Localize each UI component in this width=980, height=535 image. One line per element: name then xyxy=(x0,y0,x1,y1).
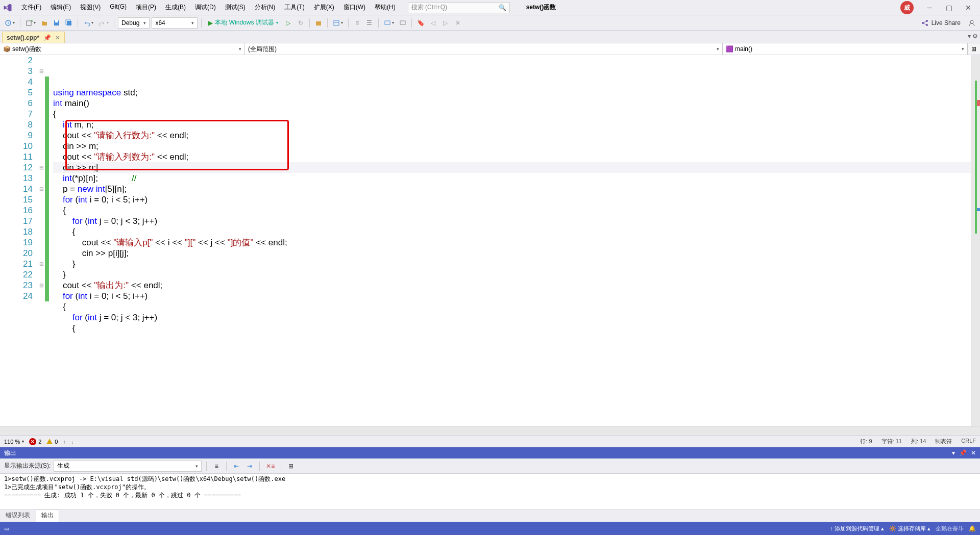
step-icon[interactable]: ↻ xyxy=(296,17,306,29)
undo-button[interactable] xyxy=(82,17,95,29)
code-line[interactable]: for (int i = 0; i < 5; i++) xyxy=(53,194,971,205)
menu-item[interactable]: 窗口(W) xyxy=(339,2,370,13)
search-input[interactable]: 搜索 (Ctrl+Q) 🔍 xyxy=(408,2,510,13)
clear-bookmark-icon[interactable]: ✕ xyxy=(453,17,463,29)
repo-button[interactable]: 🔆 选择存储库 ▴ xyxy=(889,525,930,532)
pin-icon[interactable]: 📌 xyxy=(43,34,51,41)
file-tab-active[interactable]: setw().cpp* 📌 ✕ xyxy=(2,32,65,43)
code-line[interactable]: { xyxy=(53,226,971,237)
output-dropdown-icon[interactable]: ▾ xyxy=(952,449,955,456)
output-text[interactable]: 1>setw()函数.vcxproj -> E:\visual std(源码)\… xyxy=(0,474,980,509)
search-icon: 🔍 xyxy=(499,4,506,11)
code-line[interactable]: for (int j = 0; j < 3; j++) xyxy=(53,216,971,226)
menu-item[interactable]: 帮助(H) xyxy=(371,2,400,13)
close-button[interactable]: ✕ xyxy=(960,2,977,14)
bookmark-icon[interactable]: 🔖 xyxy=(415,17,426,29)
split-icon[interactable]: ⊞ xyxy=(968,43,980,55)
line-gutter: 23456789101112131415161718192021222324 xyxy=(0,55,38,426)
output-tab[interactable]: 输出 xyxy=(36,509,59,522)
code-line[interactable]: cin >> p[i][j]; xyxy=(53,248,971,259)
platform-combo[interactable]: x64 xyxy=(152,17,198,29)
output-source-combo[interactable]: 生成 xyxy=(54,461,202,472)
warning-count[interactable]: 0 xyxy=(46,439,58,445)
menu-item[interactable]: 编辑(E) xyxy=(46,2,75,13)
output-wrap-icon[interactable]: ✕≡ xyxy=(264,461,276,472)
code-line[interactable]: } xyxy=(53,269,971,280)
code-line[interactable]: cin >> m; xyxy=(53,141,971,151)
comment-icon[interactable] xyxy=(382,17,396,29)
code-line[interactable]: p = new int[5][n]; xyxy=(53,184,971,194)
menu-item[interactable]: 扩展(X) xyxy=(310,2,338,13)
account-icon[interactable] xyxy=(967,17,977,29)
uncomment-icon[interactable] xyxy=(398,17,408,29)
minimize-button[interactable]: ─ xyxy=(921,2,938,14)
notification-bell-icon[interactable]: 🔔 xyxy=(969,525,976,532)
code-line[interactable]: { xyxy=(53,301,971,312)
new-dropdown[interactable]: + xyxy=(24,17,37,29)
code-line[interactable]: { xyxy=(53,109,971,119)
code-line[interactable]: cin >> n;| xyxy=(53,162,971,173)
menu-item[interactable]: 分析(N) xyxy=(251,2,280,13)
toolbox-icon[interactable] xyxy=(313,17,324,29)
code-line[interactable]: using namespace std; xyxy=(53,87,971,98)
menu-item[interactable]: 生成(B) xyxy=(161,2,190,13)
next-bookmark-icon[interactable]: ▷ xyxy=(440,17,451,29)
code-line[interactable]: int(*p)[n]; // xyxy=(53,173,971,184)
code-line[interactable]: for (int i = 0; i < 5; i++) xyxy=(53,291,971,301)
scope-combo-3[interactable]: 🟪main() xyxy=(723,43,968,55)
start-debug-button[interactable]: 本地 Windows 调试器 ▾ xyxy=(205,17,281,29)
code-line[interactable]: { xyxy=(53,323,971,334)
save-all-icon[interactable] xyxy=(64,17,74,29)
scope-combo-1[interactable]: 📦setw()函数 xyxy=(0,43,245,55)
code-line[interactable]: int main() xyxy=(53,98,971,109)
back-dropdown[interactable] xyxy=(3,17,16,29)
code-line[interactable]: cout << "输出为:" << endl; xyxy=(53,280,971,291)
code-line[interactable]: for (int j = 0; j < 3; j++) xyxy=(53,312,971,323)
code-line[interactable]: { xyxy=(53,205,971,216)
error-count[interactable]: ✕2 xyxy=(29,438,41,445)
code-editor[interactable]: 23456789101112131415161718192021222324 ⊟… xyxy=(0,55,980,426)
zoom-combo[interactable]: 110 %▾ xyxy=(4,439,24,445)
code-area[interactable]: using namespace std;int main(){ int m, n… xyxy=(49,55,971,426)
nav-up-icon[interactable]: ↑ xyxy=(63,439,66,445)
menu-item[interactable]: 调试(D) xyxy=(191,2,220,13)
code-line[interactable]: } xyxy=(53,259,971,269)
output-indent-icon[interactable]: ⇤ xyxy=(231,461,241,472)
menu-item[interactable]: 文件(F) xyxy=(17,2,45,13)
layout-icon[interactable] xyxy=(331,17,345,29)
user-avatar[interactable]: 威 xyxy=(900,1,914,14)
output-outdent-icon[interactable]: ⇥ xyxy=(244,461,255,472)
live-share-button[interactable]: Live Share xyxy=(917,19,965,27)
output-clear-icon[interactable]: ≡ xyxy=(211,461,222,472)
fold-column[interactable]: ⊟⊟⊟⊟⊟ xyxy=(38,55,45,426)
source-control-button[interactable]: ↑ 添加到源代码管理 ▴ xyxy=(830,525,884,532)
misc-icon-1[interactable]: ≡ xyxy=(352,17,362,29)
output-pin-icon[interactable]: 📌 xyxy=(959,449,967,456)
config-combo[interactable]: Debug xyxy=(118,17,150,29)
horizontal-scrollbar[interactable] xyxy=(0,426,980,435)
save-icon[interactable] xyxy=(52,17,62,29)
code-line[interactable]: cout << "请输入p[" << i << "][" << j << "]的… xyxy=(53,237,971,248)
start-without-debug-icon[interactable]: ▷ xyxy=(283,17,293,29)
menu-item[interactable]: Git(G) xyxy=(106,2,131,13)
output-tab[interactable]: 错误列表 xyxy=(0,509,36,522)
scroll-overview[interactable] xyxy=(971,55,980,426)
code-line[interactable]: cout << "请输入行数为:" << endl; xyxy=(53,130,971,141)
menu-item[interactable]: 项目(P) xyxy=(132,2,160,13)
misc-icon-2[interactable]: ☰ xyxy=(364,17,375,29)
output-close-icon[interactable]: ✕ xyxy=(971,449,976,456)
maximize-button[interactable]: ▢ xyxy=(940,2,958,14)
tab-close-icon[interactable]: ✕ xyxy=(55,34,60,41)
menu-item[interactable]: 测试(S) xyxy=(221,2,250,13)
nav-down-icon[interactable]: ↓ xyxy=(71,439,74,445)
code-line[interactable]: int m, n; xyxy=(53,119,971,130)
tab-options-dropdown[interactable]: ▾ ⚙ xyxy=(968,33,978,40)
prev-bookmark-icon[interactable]: ◁ xyxy=(428,17,438,29)
menu-item[interactable]: 工具(T) xyxy=(280,2,308,13)
open-icon[interactable] xyxy=(39,17,50,29)
redo-button[interactable] xyxy=(97,17,110,29)
scope-combo-2[interactable]: (全局范围) xyxy=(245,43,723,55)
code-line[interactable]: cout << "请输入列数为:" << endl; xyxy=(53,151,971,162)
menu-item[interactable]: 视图(V) xyxy=(76,2,105,13)
output-toggle-icon[interactable]: ⊞ xyxy=(286,461,296,472)
